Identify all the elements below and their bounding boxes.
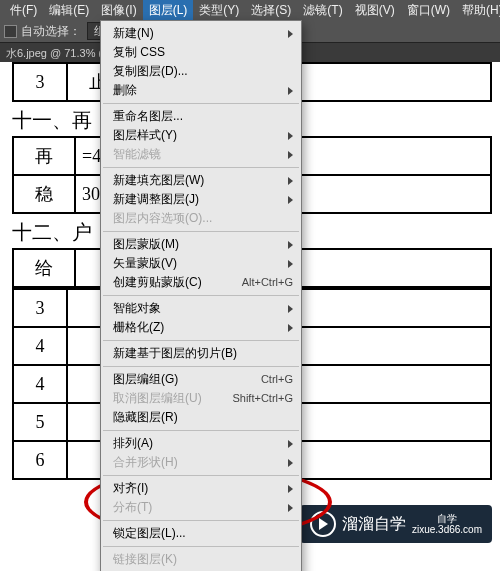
menu-item-label: 矢量蒙版(V) [113,254,177,273]
menu-item[interactable]: 新建(N) [101,24,301,43]
chevron-right-icon [288,132,293,140]
menu-item-label: 智能对象 [113,299,161,318]
menu-item-label: 复制 CSS [113,43,165,62]
menu-item[interactable]: 创建剪贴蒙版(C)Alt+Ctrl+G [101,273,301,292]
menu-item[interactable]: 重命名图层... [101,107,301,126]
cell-num: 3 [13,289,67,327]
cell-name: 稳 [13,175,75,213]
menu-item-label: 新建填充图层(W) [113,171,204,190]
menu-item-label: 新建基于图层的切片(B) [113,344,237,363]
menu-item[interactable]: 隐藏图层(R) [101,408,301,427]
menu-separator [103,546,299,547]
menu-item[interactable]: 编辑(E) [43,0,95,20]
menu-item[interactable]: 滤镜(T) [297,0,348,20]
menu-shortcut: Alt+Ctrl+G [242,273,293,292]
menu-separator [103,520,299,521]
menu-item[interactable]: 对齐(I) [101,479,301,498]
menu-shortcut: Shift+Ctrl+G [232,389,293,408]
autoselect-label: 自动选择： [21,20,81,42]
menu-item[interactable]: 新建调整图层(J) [101,190,301,209]
watermark-sub2: zixue.3d66.com [412,524,482,535]
autoselect-checkbox[interactable] [4,25,17,38]
chevron-right-icon [288,30,293,38]
menu-item: 取消图层编组(U)Shift+Ctrl+G [101,389,301,408]
cell-name: 再 [13,137,75,175]
cell-num: 6 [13,441,67,479]
menu-item[interactable]: 图层样式(Y) [101,126,301,145]
cell-name: 给 [13,249,75,287]
menu-item[interactable]: 窗口(W) [401,0,456,20]
menu-separator [103,475,299,476]
menu-item: 分布(T) [101,498,301,517]
menu-item-label: 链接图层(K) [113,550,177,569]
cell-num: 4 [13,365,67,403]
menu-item-label: 删除 [113,81,137,100]
menu-item[interactable]: 图层编组(G)Ctrl+G [101,370,301,389]
watermark-sub1: 自学 [437,513,457,524]
menu-item[interactable]: 帮助(H) [456,0,500,20]
menu-item-label: 隐藏图层(R) [113,408,178,427]
menu-item-label: 新建(N) [113,24,154,43]
watermark-brand: 溜溜自学 [342,514,406,535]
menu-item-label: 图层编组(G) [113,370,178,389]
chevron-right-icon [288,151,293,159]
menu-item[interactable]: 删除 [101,81,301,100]
menu-item[interactable]: 矢量蒙版(V) [101,254,301,273]
menu-item[interactable]: 视图(V) [349,0,401,20]
menu-item-label: 取消图层编组(U) [113,389,202,408]
chevron-right-icon [288,177,293,185]
menu-separator [103,167,299,168]
menu-item-label: 排列(A) [113,434,153,453]
menu-separator [103,430,299,431]
chevron-right-icon [288,440,293,448]
menu-separator [103,366,299,367]
menu-separator [103,103,299,104]
menu-separator [103,295,299,296]
menu-item-label: 图层样式(Y) [113,126,177,145]
menu-item[interactable]: 智能对象 [101,299,301,318]
chevron-right-icon [288,305,293,313]
menu-item[interactable]: 复制 CSS [101,43,301,62]
menu-shortcut: Ctrl+G [261,370,293,389]
menu-item: 合并形状(H) [101,453,301,472]
menu-item: 图层内容选项(O)... [101,209,301,228]
menu-item-label: 新建调整图层(J) [113,190,199,209]
menu-item[interactable]: 新建基于图层的切片(B) [101,344,301,363]
menu-item[interactable]: 新建填充图层(W) [101,171,301,190]
menu-item-label: 锁定图层(L)... [113,524,186,543]
cell-num: 3 [13,63,67,101]
chevron-right-icon [288,196,293,204]
chevron-right-icon [288,241,293,249]
menu-item[interactable]: 锁定图层(L)... [101,524,301,543]
cell-num: 5 [13,403,67,441]
menu-item-label: 分布(T) [113,498,152,517]
menu-item[interactable]: 图层(L) [143,0,194,20]
chevron-right-icon [288,260,293,268]
menu-item-label: 图层蒙版(M) [113,235,179,254]
menu-item[interactable]: 排列(A) [101,434,301,453]
menu-item-label: 创建剪贴蒙版(C) [113,273,202,292]
menu-item[interactable]: 图像(I) [95,0,142,20]
menu-item[interactable]: 栅格化(Z) [101,318,301,337]
menu-separator [103,340,299,341]
menu-item[interactable]: 图层蒙版(M) [101,235,301,254]
menu-item-label: 重命名图层... [113,107,183,126]
chevron-right-icon [288,504,293,512]
menu-item[interactable]: 件(F) [4,0,43,20]
menu-item[interactable]: 复制图层(D)... [101,62,301,81]
layer-menu-dropdown: 新建(N)复制 CSS复制图层(D)...删除重命名图层...图层样式(Y)智能… [100,20,302,571]
menu-item-label: 智能滤镜 [113,145,161,164]
chevron-right-icon [288,324,293,332]
menu-item-label: 合并形状(H) [113,453,178,472]
menu-separator [103,231,299,232]
menu-item-label: 栅格化(Z) [113,318,164,337]
menu-item[interactable]: 选择(S) [245,0,297,20]
watermark: 溜溜自学 自学 zixue.3d66.com [300,505,492,543]
chevron-right-icon [288,87,293,95]
menu-item-label: 复制图层(D)... [113,62,188,81]
menu-item-label: 图层内容选项(O)... [113,209,212,228]
cell-num: 4 [13,327,67,365]
menu-item: 智能滤镜 [101,145,301,164]
menu-item[interactable]: 类型(Y) [193,0,245,20]
menu-bar: 件(F)编辑(E)图像(I)图层(L)类型(Y)选择(S)滤镜(T)视图(V)窗… [0,0,500,20]
